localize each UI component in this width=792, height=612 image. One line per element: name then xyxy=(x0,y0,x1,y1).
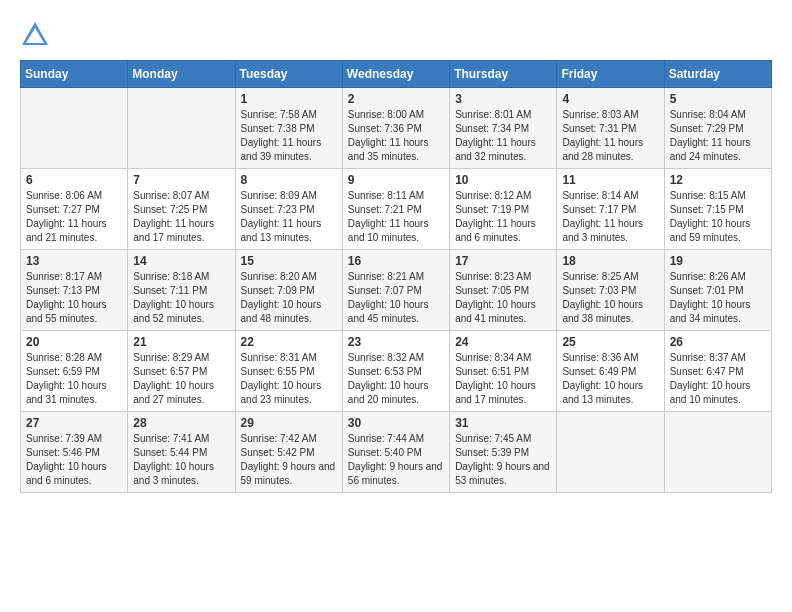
calendar-cell: 10Sunrise: 8:12 AM Sunset: 7:19 PM Dayli… xyxy=(450,169,557,250)
calendar-cell: 6Sunrise: 8:06 AM Sunset: 7:27 PM Daylig… xyxy=(21,169,128,250)
day-number: 12 xyxy=(670,173,766,187)
day-info: Sunrise: 8:12 AM Sunset: 7:19 PM Dayligh… xyxy=(455,189,551,245)
calendar-cell: 22Sunrise: 8:31 AM Sunset: 6:55 PM Dayli… xyxy=(235,331,342,412)
day-number: 3 xyxy=(455,92,551,106)
day-info: Sunrise: 7:42 AM Sunset: 5:42 PM Dayligh… xyxy=(241,432,337,488)
day-number: 15 xyxy=(241,254,337,268)
day-number: 17 xyxy=(455,254,551,268)
calendar-cell: 28Sunrise: 7:41 AM Sunset: 5:44 PM Dayli… xyxy=(128,412,235,493)
day-info: Sunrise: 8:26 AM Sunset: 7:01 PM Dayligh… xyxy=(670,270,766,326)
calendar-cell: 1Sunrise: 7:58 AM Sunset: 7:38 PM Daylig… xyxy=(235,88,342,169)
week-row-4: 20Sunrise: 8:28 AM Sunset: 6:59 PM Dayli… xyxy=(21,331,772,412)
day-number: 20 xyxy=(26,335,122,349)
calendar-cell: 20Sunrise: 8:28 AM Sunset: 6:59 PM Dayli… xyxy=(21,331,128,412)
day-number: 10 xyxy=(455,173,551,187)
day-info: Sunrise: 8:23 AM Sunset: 7:05 PM Dayligh… xyxy=(455,270,551,326)
calendar-cell: 30Sunrise: 7:44 AM Sunset: 5:40 PM Dayli… xyxy=(342,412,449,493)
calendar-cell: 4Sunrise: 8:03 AM Sunset: 7:31 PM Daylig… xyxy=(557,88,664,169)
calendar-cell: 29Sunrise: 7:42 AM Sunset: 5:42 PM Dayli… xyxy=(235,412,342,493)
calendar-cell: 26Sunrise: 8:37 AM Sunset: 6:47 PM Dayli… xyxy=(664,331,771,412)
calendar-cell: 19Sunrise: 8:26 AM Sunset: 7:01 PM Dayli… xyxy=(664,250,771,331)
day-header-friday: Friday xyxy=(557,61,664,88)
day-number: 22 xyxy=(241,335,337,349)
day-header-monday: Monday xyxy=(128,61,235,88)
calendar-cell: 16Sunrise: 8:21 AM Sunset: 7:07 PM Dayli… xyxy=(342,250,449,331)
calendar-cell: 9Sunrise: 8:11 AM Sunset: 7:21 PM Daylig… xyxy=(342,169,449,250)
calendar-cell: 21Sunrise: 8:29 AM Sunset: 6:57 PM Dayli… xyxy=(128,331,235,412)
calendar-cell: 8Sunrise: 8:09 AM Sunset: 7:23 PM Daylig… xyxy=(235,169,342,250)
day-info: Sunrise: 7:44 AM Sunset: 5:40 PM Dayligh… xyxy=(348,432,444,488)
day-number: 27 xyxy=(26,416,122,430)
day-info: Sunrise: 8:17 AM Sunset: 7:13 PM Dayligh… xyxy=(26,270,122,326)
calendar-cell: 25Sunrise: 8:36 AM Sunset: 6:49 PM Dayli… xyxy=(557,331,664,412)
day-number: 7 xyxy=(133,173,229,187)
day-number: 2 xyxy=(348,92,444,106)
day-info: Sunrise: 8:03 AM Sunset: 7:31 PM Dayligh… xyxy=(562,108,658,164)
calendar-cell xyxy=(128,88,235,169)
week-row-2: 6Sunrise: 8:06 AM Sunset: 7:27 PM Daylig… xyxy=(21,169,772,250)
day-number: 1 xyxy=(241,92,337,106)
calendar-header-row: SundayMondayTuesdayWednesdayThursdayFrid… xyxy=(21,61,772,88)
calendar-table: SundayMondayTuesdayWednesdayThursdayFrid… xyxy=(20,60,772,493)
calendar-cell xyxy=(21,88,128,169)
day-info: Sunrise: 8:25 AM Sunset: 7:03 PM Dayligh… xyxy=(562,270,658,326)
calendar-cell: 14Sunrise: 8:18 AM Sunset: 7:11 PM Dayli… xyxy=(128,250,235,331)
day-info: Sunrise: 8:32 AM Sunset: 6:53 PM Dayligh… xyxy=(348,351,444,407)
calendar-cell: 2Sunrise: 8:00 AM Sunset: 7:36 PM Daylig… xyxy=(342,88,449,169)
day-number: 16 xyxy=(348,254,444,268)
day-number: 4 xyxy=(562,92,658,106)
day-info: Sunrise: 8:09 AM Sunset: 7:23 PM Dayligh… xyxy=(241,189,337,245)
day-header-wednesday: Wednesday xyxy=(342,61,449,88)
calendar-cell xyxy=(557,412,664,493)
day-info: Sunrise: 8:04 AM Sunset: 7:29 PM Dayligh… xyxy=(670,108,766,164)
week-row-1: 1Sunrise: 7:58 AM Sunset: 7:38 PM Daylig… xyxy=(21,88,772,169)
day-info: Sunrise: 8:15 AM Sunset: 7:15 PM Dayligh… xyxy=(670,189,766,245)
day-info: Sunrise: 7:41 AM Sunset: 5:44 PM Dayligh… xyxy=(133,432,229,488)
day-info: Sunrise: 8:34 AM Sunset: 6:51 PM Dayligh… xyxy=(455,351,551,407)
day-info: Sunrise: 8:31 AM Sunset: 6:55 PM Dayligh… xyxy=(241,351,337,407)
day-info: Sunrise: 7:45 AM Sunset: 5:39 PM Dayligh… xyxy=(455,432,551,488)
day-info: Sunrise: 8:06 AM Sunset: 7:27 PM Dayligh… xyxy=(26,189,122,245)
day-info: Sunrise: 8:01 AM Sunset: 7:34 PM Dayligh… xyxy=(455,108,551,164)
day-info: Sunrise: 8:20 AM Sunset: 7:09 PM Dayligh… xyxy=(241,270,337,326)
day-number: 11 xyxy=(562,173,658,187)
day-number: 9 xyxy=(348,173,444,187)
day-number: 25 xyxy=(562,335,658,349)
week-row-5: 27Sunrise: 7:39 AM Sunset: 5:46 PM Dayli… xyxy=(21,412,772,493)
day-number: 28 xyxy=(133,416,229,430)
day-number: 19 xyxy=(670,254,766,268)
day-info: Sunrise: 8:28 AM Sunset: 6:59 PM Dayligh… xyxy=(26,351,122,407)
day-number: 23 xyxy=(348,335,444,349)
calendar-cell: 13Sunrise: 8:17 AM Sunset: 7:13 PM Dayli… xyxy=(21,250,128,331)
calendar-cell: 5Sunrise: 8:04 AM Sunset: 7:29 PM Daylig… xyxy=(664,88,771,169)
day-number: 30 xyxy=(348,416,444,430)
day-info: Sunrise: 8:36 AM Sunset: 6:49 PM Dayligh… xyxy=(562,351,658,407)
day-number: 31 xyxy=(455,416,551,430)
calendar-cell: 18Sunrise: 8:25 AM Sunset: 7:03 PM Dayli… xyxy=(557,250,664,331)
day-number: 6 xyxy=(26,173,122,187)
day-number: 18 xyxy=(562,254,658,268)
day-info: Sunrise: 8:11 AM Sunset: 7:21 PM Dayligh… xyxy=(348,189,444,245)
calendar-cell: 31Sunrise: 7:45 AM Sunset: 5:39 PM Dayli… xyxy=(450,412,557,493)
day-info: Sunrise: 7:39 AM Sunset: 5:46 PM Dayligh… xyxy=(26,432,122,488)
calendar-cell: 3Sunrise: 8:01 AM Sunset: 7:34 PM Daylig… xyxy=(450,88,557,169)
week-row-3: 13Sunrise: 8:17 AM Sunset: 7:13 PM Dayli… xyxy=(21,250,772,331)
day-info: Sunrise: 8:14 AM Sunset: 7:17 PM Dayligh… xyxy=(562,189,658,245)
day-header-sunday: Sunday xyxy=(21,61,128,88)
page-header xyxy=(20,20,772,50)
calendar-cell: 15Sunrise: 8:20 AM Sunset: 7:09 PM Dayli… xyxy=(235,250,342,331)
day-number: 8 xyxy=(241,173,337,187)
calendar-cell xyxy=(664,412,771,493)
calendar-cell: 12Sunrise: 8:15 AM Sunset: 7:15 PM Dayli… xyxy=(664,169,771,250)
calendar-cell: 11Sunrise: 8:14 AM Sunset: 7:17 PM Dayli… xyxy=(557,169,664,250)
day-info: Sunrise: 8:07 AM Sunset: 7:25 PM Dayligh… xyxy=(133,189,229,245)
day-info: Sunrise: 8:00 AM Sunset: 7:36 PM Dayligh… xyxy=(348,108,444,164)
day-info: Sunrise: 8:37 AM Sunset: 6:47 PM Dayligh… xyxy=(670,351,766,407)
day-number: 24 xyxy=(455,335,551,349)
day-number: 5 xyxy=(670,92,766,106)
day-number: 29 xyxy=(241,416,337,430)
day-number: 14 xyxy=(133,254,229,268)
day-number: 13 xyxy=(26,254,122,268)
day-header-tuesday: Tuesday xyxy=(235,61,342,88)
day-header-thursday: Thursday xyxy=(450,61,557,88)
